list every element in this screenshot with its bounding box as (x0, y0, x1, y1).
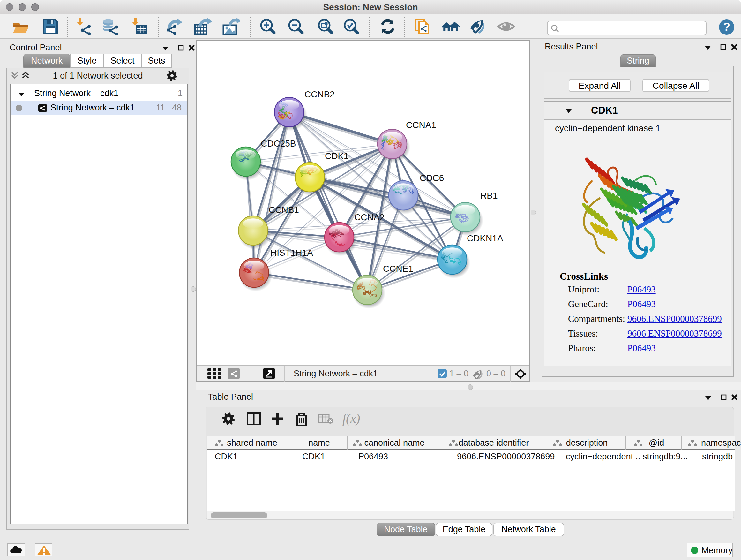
svg-text:CCNB2: CCNB2 (305, 89, 335, 99)
svg-text:CDC25B: CDC25B (261, 138, 296, 148)
svg-text:CCNA1: CCNA1 (406, 120, 436, 130)
svg-text:CDKN1A: CDKN1A (467, 233, 503, 243)
svg-text:CDC6: CDC6 (420, 173, 444, 183)
svg-text:RB1: RB1 (480, 191, 497, 200)
svg-text:CCNA2: CCNA2 (354, 212, 385, 222)
svg-text:?: ? (723, 20, 730, 34)
svg-text:CCNB1: CCNB1 (269, 205, 299, 215)
svg-text:CDK1: CDK1 (325, 151, 349, 161)
svg-text:HIST1H1A: HIST1H1A (270, 248, 313, 258)
svg-text:CCNE1: CCNE1 (383, 264, 413, 273)
